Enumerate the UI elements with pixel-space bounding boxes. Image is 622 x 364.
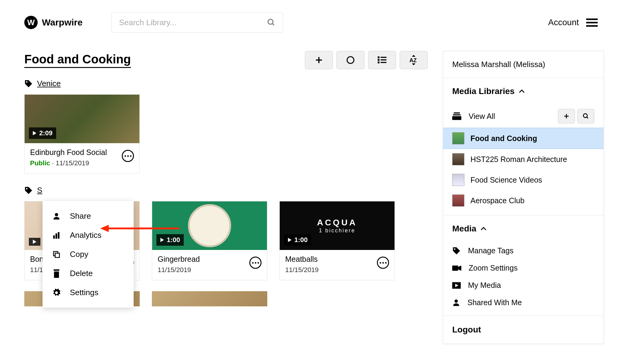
svg-point-25 — [56, 292, 58, 294]
library-item-aerospace[interactable]: Aerospace Club — [443, 190, 603, 211]
duration-badge — [29, 238, 40, 246]
card-row-1: 2:09 Edinburgh Food Social Public · 11/1… — [24, 94, 428, 174]
ctx-delete[interactable]: Delete — [43, 264, 134, 283]
more-options-button[interactable] — [377, 257, 389, 269]
svg-point-36 — [583, 114, 587, 118]
list-icon — [378, 56, 387, 64]
search-input[interactable] — [119, 18, 267, 27]
svg-rect-8 — [381, 59, 386, 61]
card-row-2: Share Analytics Copy Delete — [24, 201, 428, 280]
ctx-copy[interactable]: Copy — [43, 245, 134, 264]
svg-rect-24 — [54, 271, 59, 278]
my-media[interactable]: My Media — [443, 277, 603, 294]
sort-button[interactable]: AZ — [400, 51, 428, 69]
svg-marker-29 — [160, 238, 164, 242]
sidebar: Melissa Marshall (Melissa) Media Librari… — [443, 51, 604, 344]
svg-point-0 — [268, 19, 273, 24]
brand-logo[interactable]: W Warpwire — [24, 16, 83, 29]
svg-rect-39 — [452, 265, 458, 271]
play-box-icon — [452, 282, 461, 289]
svg-rect-7 — [378, 59, 380, 61]
zoom-settings[interactable]: Zoom Settings — [443, 259, 603, 277]
plus-icon — [314, 56, 323, 65]
view-all-row[interactable]: View All — [443, 105, 603, 128]
media-header[interactable]: Media — [443, 215, 603, 242]
svg-marker-28 — [33, 240, 36, 244]
svg-point-38 — [454, 248, 456, 250]
menu-icon[interactable] — [586, 19, 598, 27]
more-options-button[interactable] — [122, 150, 134, 162]
svg-rect-19 — [56, 233, 57, 238]
svg-marker-27 — [100, 225, 109, 232]
svg-rect-9 — [378, 62, 380, 63]
copy-icon — [53, 251, 60, 258]
list-view-button[interactable] — [368, 51, 396, 69]
svg-rect-31 — [452, 116, 461, 120]
svg-text:AZ: AZ — [409, 57, 417, 63]
account-link[interactable]: Account — [548, 18, 579, 27]
manage-tags[interactable]: Manage Tags — [443, 242, 603, 259]
svg-rect-6 — [381, 57, 386, 58]
search-box[interactable] — [111, 12, 283, 33]
main: Food and Cooking AZ Venice — [0, 42, 622, 344]
card-date: 11/15/2019 — [158, 266, 249, 274]
tag-filter[interactable]: Venice — [24, 79, 428, 88]
svg-marker-13 — [412, 63, 415, 65]
gear-icon — [52, 288, 61, 297]
tag-label: S — [37, 186, 42, 195]
more-options-button[interactable] — [249, 257, 261, 269]
brand-name: Warpwire — [42, 17, 83, 28]
play-icon — [288, 238, 292, 242]
person-icon — [53, 212, 60, 220]
video-card[interactable]: ACQUA 1 bicchiere 1:00 Meatballs 11/15/2… — [279, 201, 395, 280]
search-icon — [583, 113, 589, 120]
svg-rect-18 — [53, 235, 55, 239]
svg-rect-22 — [55, 253, 60, 257]
plus-icon — [563, 113, 570, 120]
header: W Warpwire Account — [0, 0, 622, 42]
tag-filter-2[interactable]: S — [24, 186, 428, 195]
video-card[interactable]: 1:00 Gingerbread 11/15/2019 — [152, 201, 267, 280]
play-icon — [32, 240, 37, 244]
sidebar-user: Melissa Marshall (Melissa) — [443, 51, 603, 78]
library-item-food-cooking[interactable]: Food and Cooking — [443, 128, 603, 149]
media-libraries-header[interactable]: Media Libraries — [443, 78, 603, 105]
library-item-hst225[interactable]: HST225 Roman Architecture — [443, 149, 603, 170]
logout[interactable]: Logout — [443, 315, 603, 344]
ctx-settings[interactable]: Settings — [43, 283, 134, 302]
tag-icon — [452, 247, 461, 255]
duration-badge: 1:00 — [156, 234, 184, 246]
card-thumbnail: ACQUA 1 bicchiere 1:00 — [280, 201, 395, 250]
svg-rect-33 — [454, 113, 460, 114]
svg-rect-23 — [54, 269, 60, 271]
camera-icon — [452, 265, 461, 271]
add-library-button[interactable] — [558, 109, 575, 123]
card-date: 11/15/2019 — [285, 266, 377, 274]
svg-line-37 — [587, 117, 588, 119]
chevron-up-icon — [480, 227, 487, 231]
chevron-up-icon — [519, 89, 525, 93]
content-area: Food and Cooking AZ Venice — [24, 51, 428, 344]
record-button[interactable] — [337, 51, 364, 69]
card-thumbnail: 2:09 — [25, 95, 139, 143]
svg-point-4 — [347, 57, 354, 64]
stack-icon — [452, 112, 461, 120]
section-2: S Share Analytics Copy — [24, 186, 428, 306]
sort-az-icon: AZ — [408, 55, 419, 65]
svg-marker-40 — [458, 265, 461, 271]
shared-with-me[interactable]: Shared With Me — [443, 294, 603, 311]
toolbar: AZ — [305, 51, 428, 69]
video-card[interactable]: 2:09 Edinburgh Food Social Public · 11/1… — [24, 94, 140, 174]
search-icon — [267, 18, 275, 27]
library-item-food-science[interactable]: Food Science Videos — [443, 170, 603, 190]
video-card[interactable] — [152, 291, 267, 306]
svg-point-43 — [455, 299, 458, 303]
person-icon — [452, 299, 460, 307]
svg-marker-15 — [33, 131, 36, 135]
card-title: Gingerbread — [158, 255, 249, 264]
library-header: Food and Cooking AZ — [24, 51, 428, 69]
svg-point-17 — [55, 213, 58, 216]
search-library-button[interactable] — [577, 109, 594, 123]
svg-point-14 — [26, 81, 28, 83]
add-button[interactable] — [305, 51, 333, 69]
